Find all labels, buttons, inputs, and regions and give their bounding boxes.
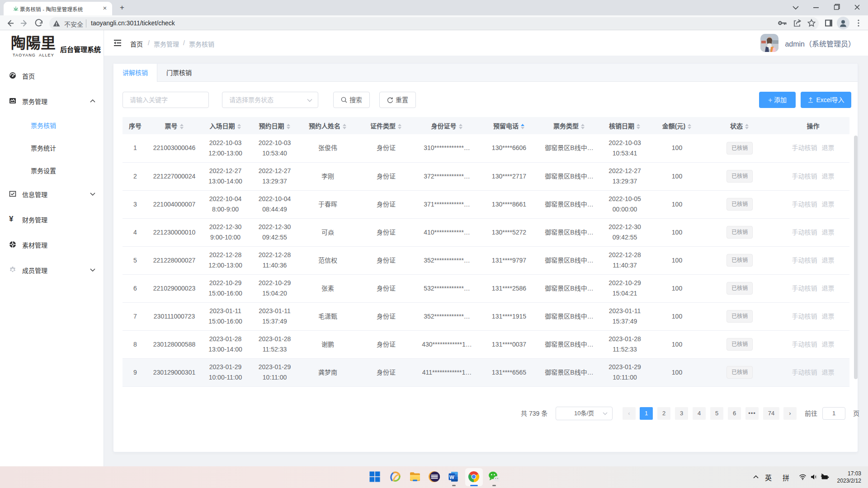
svg-text:W: W [449, 474, 454, 480]
